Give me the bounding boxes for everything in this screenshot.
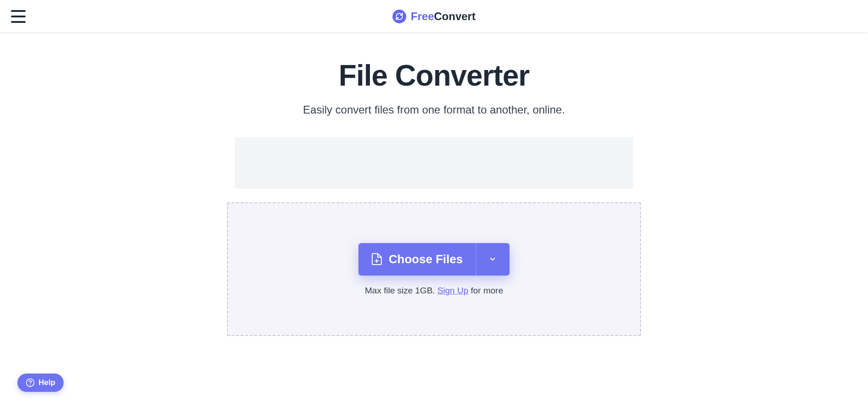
signup-link[interactable]: Sign Up bbox=[437, 286, 468, 295]
main-content: File Converter Easily convert files from… bbox=[0, 33, 868, 336]
page-subtitle: Easily convert files from one format to … bbox=[303, 103, 565, 116]
choose-files-label: Choose Files bbox=[389, 252, 463, 266]
file-size-note: Max file size 1GB. Sign Up for more bbox=[365, 286, 503, 296]
logo[interactable]: FreeConvert bbox=[392, 10, 475, 23]
help-label: Help bbox=[38, 378, 55, 387]
choose-files-dropdown-button[interactable] bbox=[476, 243, 510, 276]
ad-placeholder bbox=[235, 137, 633, 189]
chevron-down-icon bbox=[488, 255, 497, 263]
size-note-prefix: Max file size 1GB. bbox=[365, 286, 437, 295]
size-note-suffix: for more bbox=[468, 286, 503, 295]
logo-text-convert: Convert bbox=[434, 10, 476, 22]
logo-text-free: Free bbox=[411, 10, 434, 22]
refresh-circle-icon bbox=[392, 10, 406, 23]
file-dropzone[interactable]: Choose Files Max file size 1GB. Sign Up … bbox=[227, 202, 641, 336]
hamburger-menu-icon[interactable] bbox=[11, 10, 26, 23]
help-widget-button[interactable]: Help bbox=[17, 374, 64, 392]
file-plus-icon bbox=[371, 253, 382, 266]
page-title: File Converter bbox=[339, 59, 529, 92]
help-circle-icon bbox=[26, 378, 35, 387]
logo-text: FreeConvert bbox=[411, 10, 475, 23]
choose-files-button[interactable]: Choose Files bbox=[358, 243, 476, 276]
choose-files-group: Choose Files bbox=[358, 243, 510, 276]
header: FreeConvert bbox=[0, 0, 868, 33]
